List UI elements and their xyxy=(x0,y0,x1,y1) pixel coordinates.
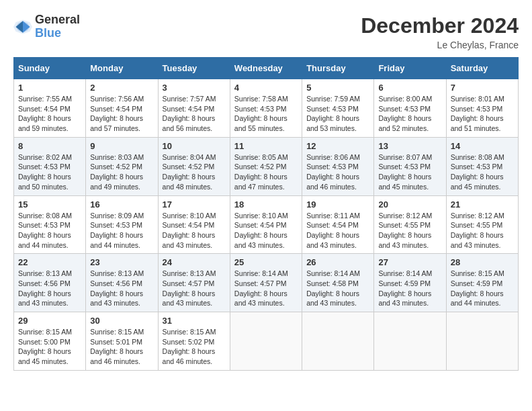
day-cell: 28 Sunrise: 8:15 AM Sunset: 4:59 PM Dayl… xyxy=(446,254,518,312)
month-title: December 2024 xyxy=(361,13,519,38)
day-cell: 26 Sunrise: 8:14 AM Sunset: 4:58 PM Dayl… xyxy=(302,254,374,312)
header-monday: Monday xyxy=(86,58,158,79)
day-info: Sunrise: 8:13 AM Sunset: 4:57 PM Dayligh… xyxy=(163,269,226,308)
day-info: Sunrise: 8:06 AM Sunset: 4:53 PM Dayligh… xyxy=(306,152,369,192)
day-info: Sunrise: 8:09 AM Sunset: 4:53 PM Dayligh… xyxy=(90,211,153,250)
day-info: Sunrise: 8:15 AM Sunset: 5:02 PM Dayligh… xyxy=(163,327,226,367)
day-number: 5 xyxy=(306,83,369,93)
day-cell: 25 Sunrise: 8:14 AM Sunset: 4:57 PM Dayl… xyxy=(230,254,302,312)
day-number: 6 xyxy=(378,83,441,93)
day-info: Sunrise: 8:12 AM Sunset: 4:55 PM Dayligh… xyxy=(378,211,441,250)
day-info: Sunrise: 8:04 AM Sunset: 4:52 PM Dayligh… xyxy=(163,152,226,192)
header-wednesday: Wednesday xyxy=(230,58,302,79)
day-number: 1 xyxy=(18,83,81,93)
day-cell: 15 Sunrise: 8:08 AM Sunset: 4:53 PM Dayl… xyxy=(14,195,86,254)
day-number: 23 xyxy=(90,257,153,267)
week-row-3: 15 Sunrise: 8:08 AM Sunset: 4:53 PM Dayl… xyxy=(14,195,519,254)
day-number: 20 xyxy=(378,199,441,210)
day-number: 14 xyxy=(451,141,514,151)
day-info: Sunrise: 8:15 AM Sunset: 5:01 PM Dayligh… xyxy=(90,327,153,367)
header-thursday: Thursday xyxy=(302,58,374,79)
day-number: 2 xyxy=(90,83,153,93)
day-info: Sunrise: 8:01 AM Sunset: 4:53 PM Dayligh… xyxy=(451,94,514,134)
day-cell: 21 Sunrise: 8:12 AM Sunset: 4:55 PM Dayl… xyxy=(446,195,518,254)
day-cell: 16 Sunrise: 8:09 AM Sunset: 4:53 PM Dayl… xyxy=(86,195,158,254)
day-info: Sunrise: 8:14 AM Sunset: 4:57 PM Dayligh… xyxy=(234,269,298,308)
day-info: Sunrise: 8:15 AM Sunset: 4:59 PM Dayligh… xyxy=(451,269,514,308)
day-info: Sunrise: 7:59 AM Sunset: 4:53 PM Dayligh… xyxy=(306,94,369,134)
day-info: Sunrise: 8:14 AM Sunset: 4:58 PM Dayligh… xyxy=(306,269,369,308)
logo-blue: Blue xyxy=(35,27,80,40)
day-number: 31 xyxy=(163,316,226,326)
day-number: 26 xyxy=(306,257,369,267)
day-cell xyxy=(374,312,446,371)
logo-text: General Blue xyxy=(35,13,80,40)
day-cell: 20 Sunrise: 8:12 AM Sunset: 4:55 PM Dayl… xyxy=(374,195,446,254)
header-tuesday: Tuesday xyxy=(158,58,230,79)
day-cell: 27 Sunrise: 8:14 AM Sunset: 4:59 PM Dayl… xyxy=(374,254,446,312)
day-cell: 29 Sunrise: 8:15 AM Sunset: 5:00 PM Dayl… xyxy=(14,312,86,371)
day-number: 10 xyxy=(163,141,226,151)
day-cell xyxy=(230,312,302,371)
day-info: Sunrise: 8:05 AM Sunset: 4:52 PM Dayligh… xyxy=(234,152,298,192)
day-number: 4 xyxy=(234,83,298,93)
day-number: 7 xyxy=(451,83,514,93)
day-cell: 6 Sunrise: 8:00 AM Sunset: 4:53 PM Dayli… xyxy=(374,79,446,138)
day-number: 12 xyxy=(306,141,369,151)
day-info: Sunrise: 8:12 AM Sunset: 4:55 PM Dayligh… xyxy=(451,211,514,250)
day-cell: 17 Sunrise: 8:10 AM Sunset: 4:54 PM Dayl… xyxy=(158,195,230,254)
day-info: Sunrise: 7:58 AM Sunset: 4:53 PM Dayligh… xyxy=(234,94,298,134)
day-cell xyxy=(446,312,518,371)
day-cell: 18 Sunrise: 8:10 AM Sunset: 4:54 PM Dayl… xyxy=(230,195,302,254)
day-number: 30 xyxy=(90,316,153,326)
day-cell: 9 Sunrise: 8:03 AM Sunset: 4:52 PM Dayli… xyxy=(86,137,158,195)
calendar-table: SundayMondayTuesdayWednesdayThursdayFrid… xyxy=(13,57,519,371)
logo-icon xyxy=(13,17,32,36)
title-block: December 2024 Le Cheylas, France xyxy=(361,13,519,50)
day-cell: 12 Sunrise: 8:06 AM Sunset: 4:53 PM Dayl… xyxy=(302,137,374,195)
logo-general: General xyxy=(35,13,80,27)
week-row-5: 29 Sunrise: 8:15 AM Sunset: 5:00 PM Dayl… xyxy=(14,312,519,371)
day-info: Sunrise: 8:11 AM Sunset: 4:54 PM Dayligh… xyxy=(306,211,369,250)
day-cell: 31 Sunrise: 8:15 AM Sunset: 5:02 PM Dayl… xyxy=(158,312,230,371)
week-row-1: 1 Sunrise: 7:55 AM Sunset: 4:54 PM Dayli… xyxy=(14,79,519,138)
day-info: Sunrise: 8:08 AM Sunset: 4:53 PM Dayligh… xyxy=(18,211,81,250)
day-cell: 7 Sunrise: 8:01 AM Sunset: 4:53 PM Dayli… xyxy=(446,79,518,138)
day-number: 8 xyxy=(18,141,81,151)
day-number: 16 xyxy=(90,199,153,210)
day-info: Sunrise: 8:14 AM Sunset: 4:59 PM Dayligh… xyxy=(378,269,441,308)
day-info: Sunrise: 8:03 AM Sunset: 4:52 PM Dayligh… xyxy=(90,152,153,192)
day-cell: 4 Sunrise: 7:58 AM Sunset: 4:53 PM Dayli… xyxy=(230,79,302,138)
day-info: Sunrise: 7:55 AM Sunset: 4:54 PM Dayligh… xyxy=(18,94,81,134)
logo: General Blue xyxy=(13,13,80,40)
week-row-2: 8 Sunrise: 8:02 AM Sunset: 4:53 PM Dayli… xyxy=(14,137,519,195)
day-info: Sunrise: 8:00 AM Sunset: 4:53 PM Dayligh… xyxy=(378,94,441,134)
day-cell: 13 Sunrise: 8:07 AM Sunset: 4:53 PM Dayl… xyxy=(374,137,446,195)
day-number: 29 xyxy=(18,316,81,326)
day-cell: 3 Sunrise: 7:57 AM Sunset: 4:54 PM Dayli… xyxy=(158,79,230,138)
day-info: Sunrise: 8:07 AM Sunset: 4:53 PM Dayligh… xyxy=(378,152,441,192)
day-info: Sunrise: 8:15 AM Sunset: 5:00 PM Dayligh… xyxy=(18,327,81,367)
day-number: 27 xyxy=(378,257,441,267)
day-info: Sunrise: 8:10 AM Sunset: 4:54 PM Dayligh… xyxy=(163,211,226,250)
day-number: 19 xyxy=(306,199,369,210)
day-number: 9 xyxy=(90,141,153,151)
day-info: Sunrise: 8:08 AM Sunset: 4:53 PM Dayligh… xyxy=(451,152,514,192)
day-cell: 30 Sunrise: 8:15 AM Sunset: 5:01 PM Dayl… xyxy=(86,312,158,371)
day-cell: 11 Sunrise: 8:05 AM Sunset: 4:52 PM Dayl… xyxy=(230,137,302,195)
day-cell: 19 Sunrise: 8:11 AM Sunset: 4:54 PM Dayl… xyxy=(302,195,374,254)
day-number: 15 xyxy=(18,199,81,210)
location: Le Cheylas, France xyxy=(361,40,519,50)
day-cell: 2 Sunrise: 7:56 AM Sunset: 4:54 PM Dayli… xyxy=(86,79,158,138)
day-cell: 1 Sunrise: 7:55 AM Sunset: 4:54 PM Dayli… xyxy=(14,79,86,138)
day-number: 21 xyxy=(451,199,514,210)
day-cell: 5 Sunrise: 7:59 AM Sunset: 4:53 PM Dayli… xyxy=(302,79,374,138)
header-saturday: Saturday xyxy=(446,58,518,79)
header-friday: Friday xyxy=(374,58,446,79)
day-cell: 23 Sunrise: 8:13 AM Sunset: 4:56 PM Dayl… xyxy=(86,254,158,312)
day-cell: 22 Sunrise: 8:13 AM Sunset: 4:56 PM Dayl… xyxy=(14,254,86,312)
page-header: General Blue December 2024 Le Cheylas, F… xyxy=(13,13,519,50)
day-number: 28 xyxy=(451,257,514,267)
header-sunday: Sunday xyxy=(14,58,86,79)
day-info: Sunrise: 7:57 AM Sunset: 4:54 PM Dayligh… xyxy=(163,94,226,134)
